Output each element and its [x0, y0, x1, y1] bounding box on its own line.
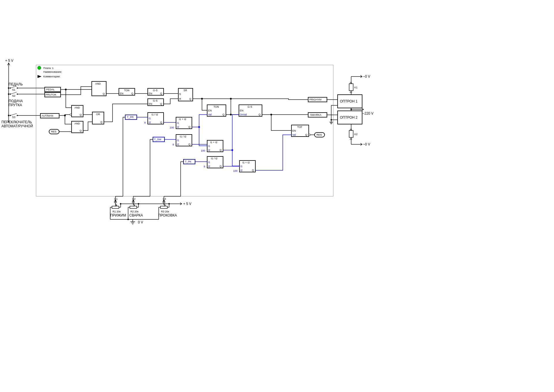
k2-label: K2	[354, 133, 358, 136]
tilde220v: ~220 V	[362, 111, 373, 115]
add1-i2: I2	[177, 126, 179, 128]
tof-label: TOF	[297, 126, 302, 128]
svg-point-12	[8, 87, 10, 89]
comment-label: Комментарии:	[43, 75, 60, 78]
zerov-bottom: 0 V	[138, 220, 143, 224]
s2-label: S2	[12, 94, 15, 97]
pedal-label: ПЕДАЛЬ	[9, 82, 23, 86]
wire-blue	[164, 139, 176, 140]
or-label: OR	[96, 113, 100, 116]
tof-val: Val	[292, 133, 296, 136]
svg-point-76	[163, 200, 165, 201]
tsw-label: T_SW	[154, 138, 162, 141]
not-bubble-icon	[309, 134, 310, 136]
gs2-label: G-S	[153, 99, 158, 102]
svg-rect-43	[160, 206, 167, 208]
gs1-q: Q	[160, 92, 162, 95]
c2-label: C2	[132, 197, 136, 200]
wire-blue	[255, 135, 291, 170]
div2-i2: I2	[177, 143, 179, 146]
div1-i2: I2	[149, 121, 151, 124]
plus5v-bottom: + 5 V	[183, 202, 191, 206]
supply-rod-label: ПОДАЧА	[9, 99, 23, 103]
const-100-1: 100	[170, 126, 174, 129]
or-q: Q	[100, 121, 102, 124]
pot-c2-r2	[128, 201, 138, 208]
ton1-q: Q	[131, 92, 133, 95]
svg-point-14	[8, 115, 10, 116]
pedal-block-label: PEDAL	[46, 88, 55, 91]
svg-point-71	[133, 200, 134, 201]
svg-line-2	[10, 86, 17, 88]
add2-label: I1 + I2	[210, 141, 217, 144]
tof-en: EN	[292, 129, 296, 132]
tilde0v-bot: ~0 V	[363, 142, 370, 146]
svg-rect-36	[130, 206, 137, 208]
diagram-canvas: Плата: 1 Наименование: Комментарии: + 5 …	[0, 0, 554, 392]
const-100-2: 100	[201, 149, 205, 152]
sr-q: Q	[189, 98, 191, 100]
const-8-2: 8	[173, 143, 174, 146]
sr-r: R	[179, 98, 181, 100]
add2-q: Q	[220, 149, 222, 152]
k1-label: K1	[354, 86, 358, 89]
add3-i2: I2	[240, 169, 243, 172]
ton1-en: EN	[120, 92, 123, 95]
tpk-label: T_PK	[185, 160, 192, 163]
status-dot-icon	[38, 66, 41, 70]
r2-label: R2 20к	[130, 210, 138, 213]
tilde0v-top: ~0 V	[363, 74, 370, 79]
pot-c3-r3	[159, 201, 169, 208]
wire	[66, 89, 72, 108]
div3-i2: I2	[208, 165, 210, 168]
wire-blue	[232, 150, 239, 166]
and2-q: Q	[80, 113, 82, 116]
not-bubble-icon	[70, 114, 72, 115]
add2-i2: I2	[208, 149, 210, 152]
const-8-3: 8	[204, 165, 205, 168]
wire	[61, 87, 92, 95]
and3-label: AND	[74, 122, 80, 125]
svg-line-6	[10, 92, 17, 94]
wire	[164, 99, 178, 104]
optron1-label: ОПТРОН 1	[340, 99, 358, 103]
ton1-label: TON	[124, 89, 130, 92]
sr-s: S	[179, 93, 181, 96]
and1-q: Q	[103, 92, 105, 95]
svarka-label: СВАРКА	[129, 213, 143, 217]
autman-block-label: AUT/MAN	[42, 114, 53, 117]
div1-q: Q	[160, 121, 162, 124]
k2-relay	[349, 130, 353, 137]
wire	[271, 115, 291, 130]
prutok-block-label: PRUTOK	[46, 93, 56, 96]
svg-point-19	[230, 98, 232, 100]
svg-point-66	[115, 200, 116, 201]
optron2-label: ОПТРОН 2	[340, 115, 358, 120]
c1-label: C1	[114, 197, 118, 200]
switch-label1: ПЕРЕКЛЮЧАТЕЛЬ	[1, 120, 32, 124]
add1-q: Q	[188, 126, 190, 128]
arrow-icon	[38, 75, 42, 78]
s1-label: S1	[12, 88, 15, 91]
div3-q: Q	[220, 165, 222, 168]
and2-label: AND	[74, 106, 80, 109]
gs3-q: Q	[259, 113, 261, 116]
const-8-1: 8	[144, 121, 146, 124]
plus5v-left-label: + 5 V	[5, 59, 13, 63]
sr-label: SR	[184, 89, 187, 92]
ton2-label: TON	[214, 105, 219, 108]
wire	[226, 110, 239, 115]
wire-blue	[195, 162, 207, 162]
div1-i1: I1	[149, 117, 151, 120]
gs3-en: EN	[240, 109, 244, 112]
add1-i1: I1	[177, 122, 179, 124]
wire-blue	[137, 117, 148, 118]
wire-blue	[223, 115, 239, 150]
c3-label: C3	[163, 197, 166, 200]
wire-blue	[192, 115, 207, 127]
r3-label: R3 20к	[161, 210, 169, 213]
swarka-label: SWARKA	[310, 113, 321, 116]
prokovka-label: ПРОКОВКА	[158, 213, 177, 217]
and3-q: Q	[80, 129, 82, 132]
add3-q: Q	[252, 169, 254, 172]
